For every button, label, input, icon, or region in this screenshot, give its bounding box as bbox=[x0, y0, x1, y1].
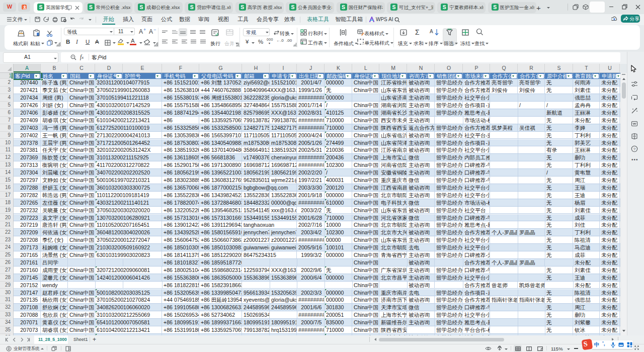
svg-text:?: ? bbox=[633, 147, 636, 151]
